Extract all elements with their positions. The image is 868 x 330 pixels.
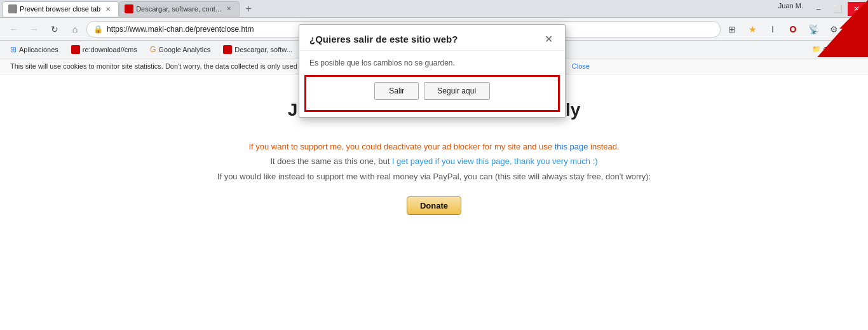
support-line2: It does the same as this one, but I get … <box>25 154 843 168</box>
bookmark-apps-label: Aplicaciones <box>19 46 58 53</box>
toolbar-icons: ⊞ ★ I O 📡 ⚙ ≡ <box>723 20 863 38</box>
bookmark-analytics-label: Google Analytics <box>158 46 210 53</box>
translate-icon[interactable]: ⊞ <box>723 20 741 38</box>
home-button[interactable]: ⌂ <box>66 20 84 38</box>
leave-dialog: ¿Quieres salir de este sitio web? ✕ Es p… <box>299 24 566 118</box>
dialog-close-icon[interactable]: ✕ <box>542 32 555 45</box>
back-button[interactable]: ← <box>5 20 23 38</box>
this-page-link[interactable]: this page <box>555 142 588 151</box>
opera-icon[interactable]: O <box>784 20 802 38</box>
tab1-label: Prevent browser close tab <box>20 5 100 13</box>
donate-section: Donate <box>25 196 843 215</box>
support-line1: If you want to support me, you could dea… <box>25 139 843 154</box>
redownload-favicon <box>71 45 80 54</box>
tab2-label: Descargar, software, cont... <box>136 5 221 13</box>
apps-icon: ⊞ <box>10 45 17 54</box>
bookmark-descargar[interactable]: Descargar, softw... <box>218 44 297 55</box>
support-line2-text1: It does the same as this one, but <box>270 156 392 166</box>
folder-icon: 📁 <box>812 45 821 53</box>
support-line3-text: If you would like instead to support me … <box>217 172 651 181</box>
dialog-body: Es posible que los cambios no se guarden… <box>299 51 565 75</box>
dialog-subtitle: Es posible que los cambios no se guarden… <box>309 58 455 67</box>
titlebar: Prevent browser close tab ✕ Descargar, s… <box>0 0 868 18</box>
descargar-favicon <box>223 45 232 54</box>
support-warning-end: instead. <box>588 142 619 151</box>
forward-button[interactable]: → <box>25 20 43 38</box>
minimize-button[interactable]: – <box>810 2 827 16</box>
dialog-actions: Salir Seguir aquí <box>304 75 560 112</box>
menu-button[interactable]: ≡ <box>845 20 863 38</box>
maximize-button[interactable]: ⬜ <box>829 2 846 16</box>
close-window-button[interactable]: ✕ <box>848 2 865 16</box>
reload-button[interactable]: ↻ <box>46 20 64 38</box>
bookmark-apps[interactable]: ⊞ Aplicaciones <box>5 44 64 55</box>
leave-button[interactable]: Salir <box>374 82 419 100</box>
support-line2-highlight: I get payed if you view this page, thank… <box>392 156 598 166</box>
new-tab-button[interactable]: + <box>240 1 257 17</box>
profile-icon[interactable]: I <box>764 20 782 38</box>
bookmark-folder[interactable]: 📁 Otros ma... <box>807 44 863 55</box>
bookmark-analytics[interactable]: G Google Analytics <box>145 44 215 55</box>
bookmark-star-icon[interactable]: ★ <box>743 20 761 38</box>
bookmark-descargar-label: Descargar, softw... <box>234 46 292 53</box>
rss-icon[interactable]: 📡 <box>804 20 822 38</box>
dialog-title: ¿Quieres salir de este sitio web? <box>309 34 458 45</box>
tab-descargar[interactable]: Descargar, software, cont... ✕ <box>119 1 240 17</box>
tab1-favicon <box>8 4 17 13</box>
analytics-icon: G <box>150 45 156 54</box>
lock-icon: 🔒 <box>93 25 103 34</box>
support-line3: If you would like instead to support me … <box>25 169 843 184</box>
support-text: If you want to support me, you could dea… <box>25 139 843 184</box>
bookmark-redownload[interactable]: re:download//cms <box>66 44 142 55</box>
extension-icon[interactable]: ⚙ <box>825 20 843 38</box>
user-label: Juan M. <box>773 2 808 16</box>
tab2-close[interactable]: ✕ <box>224 4 234 14</box>
donate-button[interactable]: Donate <box>407 196 461 215</box>
tab-prevent-close[interactable]: Prevent browser close tab ✕ <box>3 1 119 17</box>
stay-button[interactable]: Seguir aquí <box>424 82 489 100</box>
window-controls: Juan M. – ⬜ ✕ <box>773 2 865 16</box>
dialog-header: ¿Quieres salir de este sitio web? ✕ <box>299 25 565 51</box>
cookie-close-link[interactable]: Close <box>572 62 590 70</box>
tab2-favicon <box>125 4 133 13</box>
tab1-close[interactable]: ✕ <box>103 4 113 14</box>
folder-label: Otros ma... <box>824 46 858 53</box>
support-warning-text: If you want to support me, you could dea… <box>248 142 554 151</box>
bookmark-redownload-label: re:download//cms <box>83 46 137 53</box>
